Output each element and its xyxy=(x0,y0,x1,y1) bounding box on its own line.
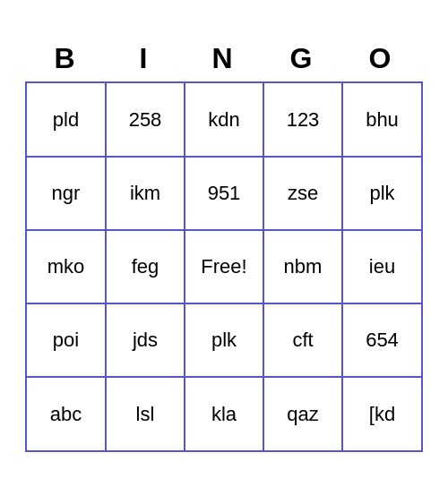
cell-r3-c0: poi xyxy=(27,303,106,377)
bingo-row: ngr ikm 951 zse plk xyxy=(27,157,421,230)
cell-r4-c2: kla xyxy=(185,377,263,450)
cell-r0-c0: pld xyxy=(27,83,106,157)
cell-r1-c0: ngr xyxy=(27,157,106,230)
header-n: N xyxy=(183,35,262,81)
cell-r1-c3: zse xyxy=(263,157,342,230)
cell-r0-c3: 123 xyxy=(263,83,342,157)
cell-r3-c1: jds xyxy=(106,303,185,377)
bingo-row: pld 258 kdn 123 bhu xyxy=(27,83,421,157)
cell-r2-c2-free: Free! xyxy=(185,230,263,303)
cell-r2-c0: mko xyxy=(27,230,106,303)
cell-r1-c2: 951 xyxy=(185,157,263,230)
cell-r3-c2: plk xyxy=(185,303,263,377)
cell-r2-c1: feg xyxy=(106,230,185,303)
header-o: O xyxy=(340,35,419,81)
cell-r3-c4: 654 xyxy=(342,303,421,377)
header-g: G xyxy=(262,35,340,81)
cell-r4-c3: qaz xyxy=(263,377,342,450)
bingo-card: B I N G O pld 258 kdn 123 bhu ngr ikm 95… xyxy=(25,35,423,452)
cell-r4-c0: abc xyxy=(27,377,106,450)
bingo-row: poi jds plk cft 654 xyxy=(27,303,421,377)
cell-r2-c3: nbm xyxy=(263,230,342,303)
cell-r0-c2: kdn xyxy=(185,83,263,157)
cell-r0-c4: bhu xyxy=(342,83,421,157)
cell-r4-c4: [kd xyxy=(342,377,421,450)
cell-r4-c1: lsl xyxy=(106,377,185,450)
cell-r0-c1: 258 xyxy=(106,83,185,157)
cell-r2-c4: ieu xyxy=(342,230,421,303)
bingo-header: B I N G O xyxy=(25,35,423,81)
cell-r1-c4: plk xyxy=(342,157,421,230)
bingo-row: abc lsl kla qaz [kd xyxy=(27,377,421,450)
cell-r3-c3: cft xyxy=(263,303,342,377)
header-b: B xyxy=(25,35,104,81)
bingo-row: mko feg Free! nbm ieu xyxy=(27,230,421,303)
header-i: I xyxy=(104,35,183,81)
bingo-grid: pld 258 kdn 123 bhu ngr ikm 951 zse plk … xyxy=(25,81,423,452)
cell-r1-c1: ikm xyxy=(106,157,185,230)
